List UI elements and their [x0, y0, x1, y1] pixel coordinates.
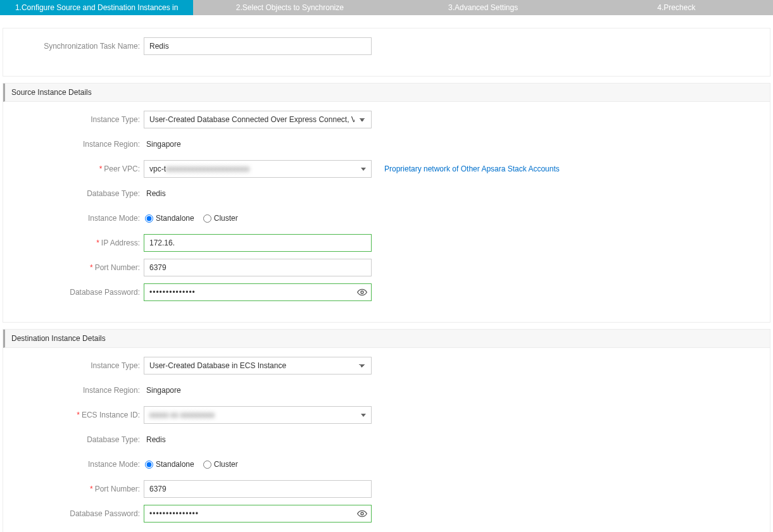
src-port-input[interactable]	[144, 259, 372, 276]
src-mode-cluster-radio[interactable]: Cluster	[203, 214, 238, 223]
src-peer-vpc-obscured: xxxxxxxxxxxxxxxxxxxxxx	[166, 164, 249, 173]
src-mode-standalone-text: Standalone	[156, 214, 194, 223]
source-instance-panel: Source Instance Details Instance Type: U…	[3, 83, 770, 323]
dest-region-label: Instance Region:	[9, 386, 144, 395]
src-region-label: Instance Region:	[9, 140, 144, 149]
src-mode-standalone-input[interactable]	[145, 214, 153, 223]
eye-icon[interactable]	[357, 509, 367, 519]
svg-point-0	[361, 291, 363, 294]
task-name-label: Synchronization Task Name:	[9, 42, 144, 51]
source-section-title: Source Instance Details	[3, 84, 770, 102]
src-mode-cluster-text: Cluster	[214, 214, 238, 223]
step-4-label: 4.Precheck	[657, 3, 695, 12]
step-1[interactable]: 1.Configure Source and Destination Insta…	[0, 0, 193, 15]
dest-instance-type-select[interactable]: User-Created Database in ECS Instance	[144, 357, 372, 374]
src-instance-mode-label: Instance Mode:	[9, 214, 144, 223]
required-star-icon: *	[90, 485, 93, 493]
src-instance-type-label: Instance Type:	[9, 115, 144, 124]
step-2[interactable]: 2.Select Objects to Synchronize	[193, 0, 386, 15]
dest-password-input[interactable]	[149, 505, 357, 522]
chevron-down-icon	[361, 168, 366, 171]
dest-instance-mode-label: Instance Mode:	[9, 460, 144, 469]
src-instance-type-select[interactable]: User-Created Database Connected Over Exp…	[144, 111, 372, 128]
step-3-label: 3.Advanced Settings	[448, 3, 518, 12]
dest-mode-cluster-input[interactable]	[203, 461, 211, 469]
src-mode-standalone-radio[interactable]: Standalone	[145, 214, 194, 223]
dest-ecs-label: ECS Instance ID:	[82, 411, 140, 419]
src-ip-label: IP Address:	[101, 238, 140, 247]
eye-icon[interactable]	[357, 287, 367, 297]
required-star-icon: *	[99, 164, 103, 173]
required-star-icon: *	[96, 238, 99, 247]
destination-instance-panel: Destination Instance Details Instance Ty…	[3, 329, 770, 532]
src-db-type-label: Database Type:	[9, 189, 144, 198]
dest-instance-type-label: Instance Type:	[9, 361, 144, 370]
src-password-label: Database Password:	[9, 288, 144, 297]
dest-port-input[interactable]	[144, 480, 372, 498]
task-name-input[interactable]	[144, 37, 372, 55]
step-4[interactable]: 4.Precheck	[580, 0, 773, 15]
dest-password-label: Database Password:	[9, 509, 144, 518]
src-port-label: Port Number:	[95, 263, 140, 272]
src-peer-vpc-select[interactable]: vpc-txxxxxxxxxxxxxxxxxxxxxx	[144, 160, 372, 178]
dest-ecs-instance-obscured: xxxxx xx xxxxxxxxx	[149, 411, 215, 419]
src-db-type-value: Redis	[144, 189, 166, 198]
dest-port-label: Port Number:	[95, 485, 140, 493]
dest-mode-standalone-radio[interactable]: Standalone	[145, 460, 194, 469]
dest-section-title: Destination Instance Details	[3, 330, 770, 348]
dest-mode-cluster-radio[interactable]: Cluster	[203, 460, 238, 469]
step-1-label: 1.Configure Source and Destination Insta…	[15, 3, 179, 12]
src-ip-input[interactable]	[144, 234, 372, 252]
dest-db-type-label: Database Type:	[9, 435, 144, 444]
wizard-steps: 1.Configure Source and Destination Insta…	[0, 0, 773, 15]
required-star-icon: *	[77, 411, 80, 419]
step-3[interactable]: 3.Advanced Settings	[387, 0, 580, 15]
dest-region-value: Singapore	[144, 386, 181, 395]
required-star-icon: *	[90, 263, 93, 272]
vpc-apsara-link[interactable]: Proprietary network of Other Apsara Stac…	[384, 164, 560, 173]
dest-mode-standalone-text: Standalone	[156, 460, 194, 469]
step-2-label: 2.Select Objects to Synchronize	[236, 3, 344, 12]
dest-mode-cluster-text: Cluster	[214, 460, 238, 469]
src-password-input[interactable]	[149, 284, 357, 300]
src-mode-cluster-input[interactable]	[203, 214, 211, 223]
dest-mode-standalone-input[interactable]	[145, 461, 153, 469]
chevron-down-icon	[361, 414, 366, 417]
src-region-value: Singapore	[144, 140, 181, 149]
dest-ecs-instance-select[interactable]: xxxxx xx xxxxxxxxx	[144, 406, 372, 424]
svg-point-1	[361, 512, 363, 515]
src-peer-vpc-value: vpc-t	[149, 164, 166, 173]
dest-db-type-value: Redis	[144, 435, 166, 444]
task-name-panel: Synchronization Task Name:	[3, 28, 770, 77]
src-peer-vpc-label: Peer VPC:	[104, 164, 140, 173]
